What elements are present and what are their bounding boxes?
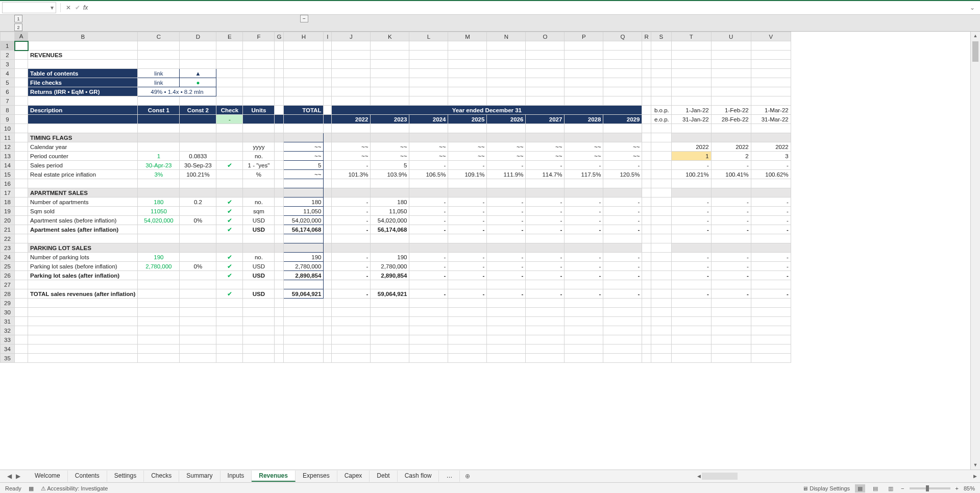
cell-D3[interactable]: [180, 60, 216, 69]
cell-T33[interactable]: [671, 335, 711, 344]
cell-G3[interactable]: [275, 60, 284, 69]
cell-C5[interactable]: link: [138, 78, 180, 87]
cell-I33[interactable]: [324, 335, 332, 344]
cell-H35[interactable]: [284, 354, 324, 363]
cell-I17[interactable]: [324, 188, 332, 198]
cell-U29[interactable]: [711, 299, 751, 308]
cell-U19[interactable]: -: [711, 207, 751, 216]
cell-D28[interactable]: [180, 289, 216, 299]
cell-A26[interactable]: [15, 271, 28, 280]
cell-N1[interactable]: [487, 41, 526, 51]
cell-Q28[interactable]: -: [603, 289, 642, 299]
cell-L24[interactable]: -: [409, 253, 448, 262]
cell-P18[interactable]: -: [565, 198, 603, 207]
cell-D27[interactable]: [180, 280, 216, 289]
cell-Q4[interactable]: [603, 69, 642, 78]
accessibility-status[interactable]: ⚠ Accessibility: Investigate: [41, 485, 108, 492]
cell-T32[interactable]: [671, 326, 711, 335]
cell-N31[interactable]: [487, 317, 526, 326]
cell-I28[interactable]: [324, 289, 332, 299]
cell-L23[interactable]: [409, 243, 448, 253]
cell-L5[interactable]: [409, 78, 448, 87]
cell-H29[interactable]: [284, 299, 324, 308]
cell-R10[interactable]: [642, 124, 651, 133]
cell-N26[interactable]: -: [487, 271, 526, 280]
cell-S14[interactable]: [651, 161, 671, 170]
row-header-6[interactable]: 6: [1, 87, 15, 96]
cell-T19[interactable]: -: [671, 207, 711, 216]
cell-M23[interactable]: [448, 243, 487, 253]
cell-H30[interactable]: [284, 308, 324, 317]
cell-T9[interactable]: 31-Jan-22: [671, 115, 711, 124]
cell-J24[interactable]: -: [332, 253, 371, 262]
formula-input[interactable]: [90, 2, 965, 13]
cell-B4[interactable]: Table of contents: [28, 69, 138, 78]
cell-Q29[interactable]: [603, 299, 642, 308]
cell-B8[interactable]: Description: [28, 106, 138, 115]
cell-M34[interactable]: [448, 344, 487, 354]
cell-G4[interactable]: [275, 69, 284, 78]
cell-V23[interactable]: [751, 243, 791, 253]
cell-C9[interactable]: [138, 115, 180, 124]
col-header-O[interactable]: O: [526, 32, 565, 41]
cell-J15[interactable]: 101.3%: [332, 170, 371, 179]
cell-I26[interactable]: [324, 271, 332, 280]
cell-K27[interactable]: [371, 280, 409, 289]
cell-E5[interactable]: [216, 78, 243, 87]
cell-N22[interactable]: [487, 234, 526, 243]
cell-J6[interactable]: [332, 87, 371, 96]
row-header-27[interactable]: 27: [1, 280, 15, 289]
cell-M24[interactable]: -: [448, 253, 487, 262]
cell-H32[interactable]: [284, 326, 324, 335]
cell-S29[interactable]: [651, 299, 671, 308]
cell-L19[interactable]: -: [409, 207, 448, 216]
cell-T1[interactable]: [671, 41, 711, 51]
cell-K12[interactable]: ~~: [371, 142, 409, 152]
cell-S13[interactable]: [651, 152, 671, 161]
cell-P15[interactable]: 117.5%: [565, 170, 603, 179]
cell-H20[interactable]: 54,020,000: [284, 216, 324, 225]
cell-A13[interactable]: [15, 152, 28, 161]
cell-P10[interactable]: [565, 124, 603, 133]
row-header-21[interactable]: 21: [1, 225, 15, 234]
cell-F28[interactable]: USD: [243, 289, 275, 299]
cell-M22[interactable]: [448, 234, 487, 243]
cell-S16[interactable]: [651, 179, 671, 188]
cell-L10[interactable]: [409, 124, 448, 133]
cell-V9[interactable]: 31-Mar-22: [751, 115, 791, 124]
cell-N27[interactable]: [487, 280, 526, 289]
cell-U13[interactable]: 2: [711, 152, 751, 161]
cell-V34[interactable]: [751, 344, 791, 354]
cell-O3[interactable]: [526, 60, 565, 69]
cell-B20[interactable]: Apartment sales (before inflation): [28, 216, 138, 225]
cell-J18[interactable]: -: [332, 198, 371, 207]
cell-B16[interactable]: [28, 179, 138, 188]
cell-P27[interactable]: [565, 280, 603, 289]
cell-H19[interactable]: 11,050: [284, 207, 324, 216]
cell-R7[interactable]: [642, 96, 651, 106]
row-header-30[interactable]: 30: [1, 308, 15, 317]
cell-O6[interactable]: [526, 87, 565, 96]
cell-A20[interactable]: [15, 216, 28, 225]
cell-N9[interactable]: 2026: [487, 115, 526, 124]
cell-I30[interactable]: [324, 308, 332, 317]
row-header-13[interactable]: 13: [1, 152, 15, 161]
cell-V4[interactable]: [751, 69, 791, 78]
cell-C27[interactable]: [138, 280, 180, 289]
cell-U21[interactable]: -: [711, 225, 751, 234]
cell-H18[interactable]: 180: [284, 198, 324, 207]
cell-L4[interactable]: [409, 69, 448, 78]
cell-J2[interactable]: [332, 51, 371, 60]
cell-H9[interactable]: [284, 115, 324, 124]
cell-H13[interactable]: ~~: [284, 152, 324, 161]
cell-F15[interactable]: %: [243, 170, 275, 179]
view-page-break-icon[interactable]: ▥: [886, 484, 896, 492]
cell-P21[interactable]: -: [565, 225, 603, 234]
row-header-16[interactable]: 16: [1, 179, 15, 188]
cell-J30[interactable]: [332, 308, 371, 317]
cell-M30[interactable]: [448, 308, 487, 317]
col-header-M[interactable]: M: [448, 32, 487, 41]
row-header-12[interactable]: 12: [1, 142, 15, 152]
cell-O2[interactable]: [526, 51, 565, 60]
cell-C12[interactable]: [138, 142, 180, 152]
